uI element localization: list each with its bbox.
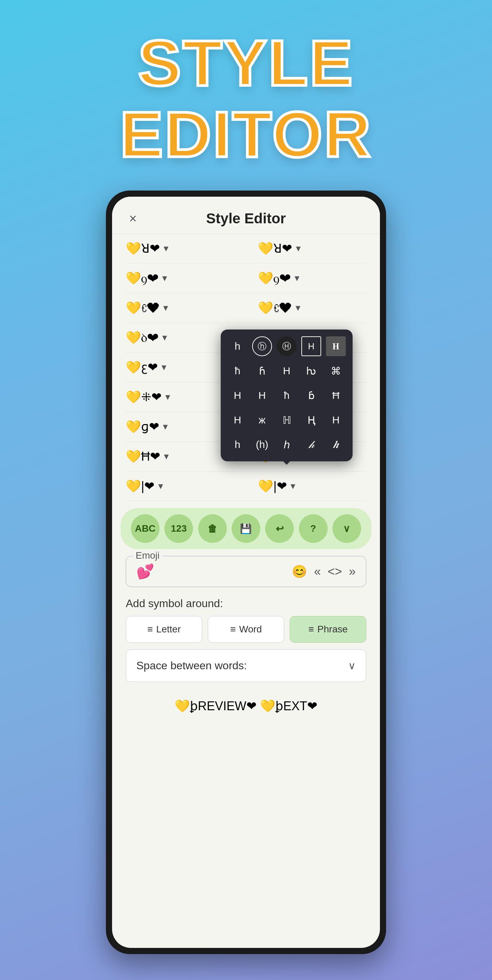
symbol-word-icon: ≡ (230, 624, 236, 635)
dropdown-arrow-2-left[interactable]: ▼ (161, 274, 169, 283)
toolbar-abc-button[interactable]: ABC (131, 514, 160, 543)
close-button[interactable]: × (129, 212, 137, 226)
char-H-square[interactable]: H (301, 336, 321, 356)
style-item-5-left[interactable]: 💛ꜫ❤ ▼ (126, 360, 234, 375)
style-preview-9-right: 💛|❤ (258, 479, 287, 493)
style-row-2: 💛ꝯ❤ ▼ 💛ꝯ❤ ▼ (126, 264, 366, 293)
hero-title-line2: EDITOR (120, 99, 372, 170)
symbol-buttons: ≡ Letter ≡ Word ≡ Phrase (126, 616, 366, 643)
style-preview-7-left: 💛ɡ❤ (126, 420, 159, 434)
toolbar-delete-button[interactable]: 🗑 (198, 514, 227, 543)
toolbar-undo-button[interactable]: ↩ (265, 514, 294, 543)
style-rows-container: h ⓗ Ⓗ H 𝐇 ħ ɦ H ƕ ⌘ H H ħ ɓ Ħ H ж (112, 234, 380, 501)
dropdown-arrow-1-right[interactable]: ▼ (294, 244, 302, 253)
style-item-2-right[interactable]: 💛ꝯ❤ ▼ (258, 271, 366, 285)
char-H4[interactable]: H (252, 385, 272, 405)
dropdown-arrow-3-right[interactable]: ▼ (294, 303, 302, 313)
symbol-letter-button[interactable]: ≡ Letter (126, 616, 202, 643)
style-item-3-left[interactable]: 💛Ꞓ❤ ▼ (126, 301, 234, 315)
toolbar-save-button[interactable]: 💾 (232, 514, 260, 543)
dropdown-arrow-3-left[interactable]: ▼ (161, 303, 170, 313)
char-hcursive[interactable]: 𝒽 (301, 435, 321, 455)
char-Hviking[interactable]: Ⱨ (301, 410, 321, 430)
char-hook-h[interactable]: ɦ (252, 361, 272, 381)
style-item-9-left[interactable]: 💛|❤ ▼ (126, 479, 234, 493)
style-preview-1-right: 💛ꓤ❤ (258, 242, 292, 256)
dropdown-arrow-7-left[interactable]: ▼ (161, 422, 169, 432)
dropdown-arrow-1-left[interactable]: ▼ (162, 244, 170, 253)
style-row-9: 💛|❤ ▼ 💛|❤ ▼ (126, 472, 366, 501)
style-item-1-left[interactable]: 💛ꓤ❤ ▼ (126, 242, 234, 256)
char-h7[interactable]: h (228, 435, 248, 455)
dropdown-arrow-6-left[interactable]: ▼ (164, 392, 172, 402)
style-item-1-right[interactable]: 💛ꓤ❤ ▼ (258, 242, 366, 256)
page-title: Style Editor (206, 210, 286, 227)
space-label: Space between words: (136, 659, 247, 672)
char-bh[interactable]: ɓ (301, 385, 321, 405)
emoji-section: Emoji 💕 😊 « <> » (126, 556, 366, 587)
char-H-filled[interactable]: Ⓗ (277, 336, 297, 356)
style-item-3-right[interactable]: 💛Ꞓ❤ ▼ (258, 301, 366, 315)
char-hitalic[interactable]: 𝒉 (326, 435, 346, 455)
char-H2[interactable]: H (277, 361, 297, 381)
emoji-controls: 😊 « <> » (292, 565, 356, 579)
style-item-9-right[interactable]: 💛|❤ ▼ (258, 479, 366, 493)
toolbar-123-button[interactable]: 123 (165, 514, 193, 543)
toolbar: ABC 123 🗑 💾 ↩ ? ∨ (121, 508, 371, 549)
emoji-nav-left-button[interactable]: « (314, 565, 321, 579)
emoji-code-button[interactable]: <> (327, 565, 342, 579)
style-preview-3-left: 💛Ꞓ❤ (126, 301, 160, 315)
hero-section: STYLE EDITOR (120, 27, 372, 170)
style-item-6-left[interactable]: 💛⁜❤ ▼ (126, 390, 234, 404)
char-H5[interactable]: H (228, 410, 248, 430)
space-dropdown[interactable]: Space between words: ∨ (126, 649, 366, 682)
symbol-section: Add symbol around: ≡ Letter ≡ Word ≡ Phr… (126, 597, 366, 643)
emoji-nav-right-button[interactable]: » (349, 565, 356, 579)
char-Hdouble[interactable]: ℍ (277, 410, 297, 430)
emoji-current: 💕 (136, 563, 154, 580)
char-Hbar[interactable]: Ħ (326, 385, 346, 405)
char-zh[interactable]: ж (252, 410, 272, 430)
phone-frame: × Style Editor h ⓗ Ⓗ H 𝐇 ħ ɦ H ƕ ⌘ H (106, 191, 386, 954)
preview-section: 💛ꝧREVIEW❤ 💛ꝧEXT❤ (126, 692, 366, 720)
style-item-7-left[interactable]: 💛ɡ❤ ▼ (126, 420, 234, 434)
style-preview-6-left: 💛⁜❤ (126, 390, 161, 404)
dropdown-arrow-2-right[interactable]: ▼ (293, 274, 301, 283)
style-preview-4-left: 💛ꝺ❤ (126, 331, 158, 345)
style-item-8-left[interactable]: 💛Ħ❤ ▼ (126, 449, 234, 464)
space-section: Space between words: ∨ (126, 649, 366, 682)
char-H3[interactable]: H (228, 385, 248, 405)
dropdown-arrow-8-left[interactable]: ▼ (162, 452, 171, 461)
char-hwair[interactable]: ƕ (301, 361, 321, 381)
char-h-circle[interactable]: ⓗ (252, 336, 272, 356)
symbol-word-label: Word (239, 624, 262, 635)
style-preview-2-left: 💛ꝯ❤ (126, 271, 158, 285)
char-crossed-h[interactable]: ⌘ (326, 361, 346, 381)
style-preview-2-right: 💛ꝯ❤ (258, 271, 291, 285)
style-item-2-left[interactable]: 💛ꝯ❤ ▼ (126, 271, 234, 285)
symbol-phrase-button[interactable]: ≡ Phrase (290, 616, 366, 643)
dropdown-arrow-4-left[interactable]: ▼ (161, 333, 169, 342)
screen-header: × Style Editor (112, 197, 380, 234)
char-h[interactable]: h (228, 336, 248, 356)
toolbar-help-button[interactable]: ? (299, 514, 327, 543)
style-preview-3-right: 💛Ꞓ❤ (258, 301, 292, 315)
emoji-face-button[interactable]: 😊 (292, 565, 307, 579)
dropdown-arrow-9-left[interactable]: ▼ (157, 482, 165, 491)
char-H-bold[interactable]: 𝐇 (326, 336, 346, 356)
char-hbar2[interactable]: ħ (277, 385, 297, 405)
char-hscript[interactable]: ℎ (277, 435, 297, 455)
toolbar-more-button[interactable]: ∨ (332, 514, 361, 543)
phone-screen: × Style Editor h ⓗ Ⓗ H 𝐇 ħ ɦ H ƕ ⌘ H (112, 197, 380, 948)
char-hbar[interactable]: ħ (228, 361, 248, 381)
preview-text: 💛ꝧREVIEW❤ 💛ꝧEXT❤ (174, 699, 318, 713)
dropdown-arrow-5-left[interactable]: ▼ (160, 363, 168, 372)
symbol-word-button[interactable]: ≡ Word (208, 616, 284, 643)
char-grid: h ⓗ Ⓗ H 𝐇 ħ ɦ H ƕ ⌘ H H ħ ɓ Ħ H ж (228, 336, 346, 455)
char-H6[interactable]: H (326, 410, 346, 430)
char-picker-popup[interactable]: h ⓗ Ⓗ H 𝐇 ħ ɦ H ƕ ⌘ H H ħ ɓ Ħ H ж (221, 329, 353, 461)
dropdown-arrow-9-right[interactable]: ▼ (289, 482, 297, 491)
char-h-paren[interactable]: (h) (252, 435, 272, 455)
style-preview-1-left: 💛ꓤ❤ (126, 242, 160, 256)
style-item-4-left[interactable]: 💛ꝺ❤ ▼ (126, 331, 234, 345)
